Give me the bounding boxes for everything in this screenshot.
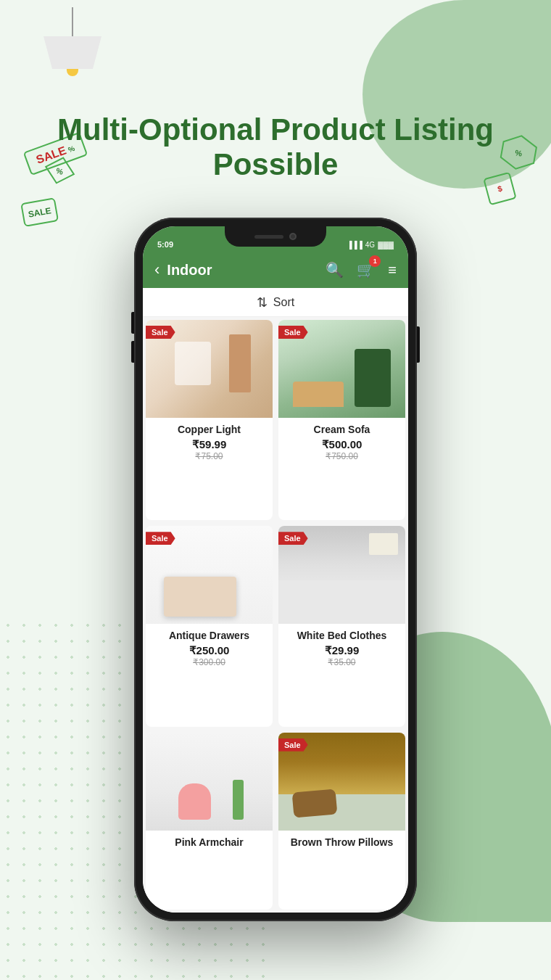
product-info-white-bed-clothes: White Bed Clothes ₹29.99 ₹35.00 <box>278 624 405 675</box>
status-time: 5:09 <box>157 240 173 249</box>
svg-text:$: $ <box>497 184 503 193</box>
product-image-brown-throw-pillows: Sale <box>278 733 405 831</box>
product-price-white-bed-clothes: ₹29.99 <box>286 644 398 657</box>
sale-badge-copper-light: Sale <box>146 326 175 339</box>
product-card-brown-throw-pillows[interactable]: Sale Brown Throw Pillows <box>278 733 405 910</box>
network-icon: 4G <box>365 241 375 249</box>
volume-up-button <box>131 312 134 334</box>
phone-outer-shell: 5:09 ▐▐▐ 4G ▓▓▓ ‹ Indoor 🔍 🛒 1 ≡ <box>134 218 417 921</box>
nav-icons-group: 🔍 🛒 1 ≡ <box>326 261 397 279</box>
sale-badge-white-bed-clothes: Sale <box>278 532 308 545</box>
sort-label: Sort <box>273 296 294 309</box>
product-card-antique-drawers[interactable]: Sale Antique Drawers ₹250.00 ₹300.00 <box>146 526 273 726</box>
power-button <box>417 326 420 363</box>
product-image-antique-drawers: Sale <box>146 526 273 624</box>
product-image-copper-light: Sale <box>146 320 273 418</box>
product-name-copper-light: Copper Light <box>153 424 265 435</box>
cart-icon[interactable]: 🛒 1 <box>357 261 375 279</box>
product-original-price-cream-sofa: ₹750.00 <box>286 451 398 461</box>
product-info-cream-sofa: Cream Sofa ₹500.00 ₹750.00 <box>278 418 405 469</box>
product-info-brown-throw-pillows: Brown Throw Pillows <box>278 831 405 858</box>
svg-text:SALE: SALE <box>28 205 52 219</box>
phone-mockup: 5:09 ▐▐▐ 4G ▓▓▓ ‹ Indoor 🔍 🛒 1 ≡ <box>134 218 417 921</box>
product-name-white-bed-clothes: White Bed Clothes <box>286 630 398 641</box>
volume-down-button <box>131 341 134 363</box>
notch-camera <box>289 233 297 240</box>
product-image-pink-armchair <box>146 733 273 831</box>
signal-icon: ▐▐▐ <box>347 241 362 249</box>
page-title-section: Multi-Optional Product Listing Possible <box>0 112 551 183</box>
sale-badge-cream-sofa: Sale <box>278 326 308 339</box>
product-original-price-copper-light: ₹75.00 <box>153 451 265 461</box>
sort-icon: ⇅ <box>257 295 268 310</box>
page-main-title: Multi-Optional Product Listing Possible <box>29 112 522 183</box>
product-original-price-white-bed-clothes: ₹35.00 <box>286 657 398 667</box>
back-button[interactable]: ‹ <box>154 260 160 279</box>
product-original-price-antique-drawers: ₹300.00 <box>153 657 265 667</box>
sale-tag-decor-3: SALE <box>20 197 60 231</box>
list-icon[interactable]: ≡ <box>388 262 397 279</box>
product-price-copper-light: ₹59.99 <box>153 438 265 451</box>
nav-title: Indoor <box>167 262 318 279</box>
product-image-white-bed-clothes: Sale <box>278 526 405 624</box>
product-name-cream-sofa: Cream Sofa <box>286 424 398 435</box>
product-price-antique-drawers: ₹250.00 <box>153 644 265 657</box>
status-right-icons: ▐▐▐ 4G ▓▓▓ <box>347 241 394 249</box>
products-grid: Sale Copper Light ₹59.99 ₹75.00 Sale <box>143 317 408 913</box>
product-image-cream-sofa: Sale <box>278 320 405 418</box>
product-name-antique-drawers: Antique Drawers <box>153 630 265 641</box>
phone-screen: 5:09 ▐▐▐ 4G ▓▓▓ ‹ Indoor 🔍 🛒 1 ≡ <box>143 226 408 913</box>
product-info-copper-light: Copper Light ₹59.99 ₹75.00 <box>146 418 273 469</box>
nav-bar: ‹ Indoor 🔍 🛒 1 ≡ <box>143 252 408 288</box>
cart-badge: 1 <box>369 255 381 267</box>
phone-notch <box>225 226 326 247</box>
lamp-decoration <box>44 7 102 76</box>
sort-bar[interactable]: ⇅ Sort <box>143 288 408 317</box>
product-card-cream-sofa[interactable]: Sale Cream Sofa ₹500.00 ₹750.00 <box>278 320 405 520</box>
battery-icon: ▓▓▓ <box>378 241 394 249</box>
product-name-pink-armchair: Pink Armchair <box>153 836 265 848</box>
product-price-cream-sofa: ₹500.00 <box>286 438 398 451</box>
product-card-white-bed-clothes[interactable]: Sale White Bed Clothes ₹29.99 ₹35.00 <box>278 526 405 726</box>
product-card-copper-light[interactable]: Sale Copper Light ₹59.99 ₹75.00 <box>146 320 273 520</box>
product-info-pink-armchair: Pink Armchair <box>146 831 273 858</box>
sale-badge-antique-drawers: Sale <box>146 532 175 545</box>
product-card-pink-armchair[interactable]: Pink Armchair <box>146 733 273 910</box>
product-name-brown-throw-pillows: Brown Throw Pillows <box>286 836 398 848</box>
sale-badge-brown-throw-pillows: Sale <box>278 738 308 752</box>
notch-speaker <box>254 235 283 239</box>
search-icon[interactable]: 🔍 <box>326 261 344 279</box>
product-info-antique-drawers: Antique Drawers ₹250.00 ₹300.00 <box>146 624 273 675</box>
